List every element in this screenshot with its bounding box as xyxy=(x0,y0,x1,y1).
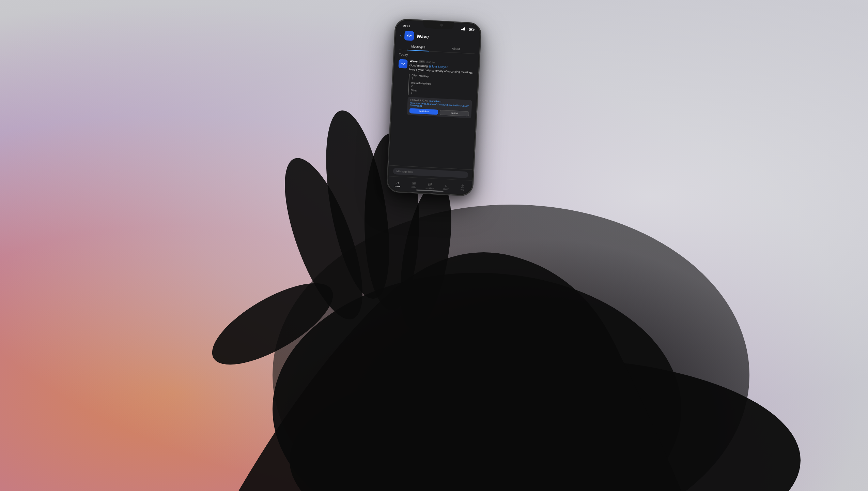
message-item: Wave APP 6:00 AM Good morning @Tom Sawye… xyxy=(396,59,474,118)
cancel-button[interactable]: Cancel xyxy=(439,110,469,116)
dms-label: DMs xyxy=(412,186,416,189)
meeting-event-card: 9:00 AM-9:30 AM Team Retro https://remov… xyxy=(407,97,472,118)
search-label: Search xyxy=(443,188,449,190)
mention-tom-sawyer[interactable]: @Tom Sawyer xyxy=(429,64,448,69)
dms-icon: ✉ xyxy=(412,181,416,186)
nav-home[interactable]: ⌂ Home xyxy=(389,180,406,188)
home-label: Home xyxy=(395,185,400,188)
phone-frame: 09:41 ▾ ‹ xyxy=(386,18,482,197)
schedule-button[interactable]: Schedule xyxy=(409,108,438,115)
battery-icon xyxy=(469,28,474,31)
mentions-icon: @ xyxy=(428,182,432,187)
message-time: 6:00 AM xyxy=(426,61,435,63)
wave-logo-icon xyxy=(407,33,412,39)
nav-search[interactable]: ⌕ Search xyxy=(438,182,454,190)
search-icon: ⌕ xyxy=(445,183,448,188)
event-action-buttons: Schedule Cancel xyxy=(409,108,469,116)
message-badge: APP xyxy=(419,60,425,63)
home-icon: ⌂ xyxy=(397,180,399,185)
mentions-label: Mentions xyxy=(425,187,434,189)
nav-you[interactable]: ◎ You xyxy=(454,183,470,191)
main-content: Today Wave APP 6:00 AM xyxy=(389,50,479,180)
wifi-icon: ▾ xyxy=(466,28,467,31)
phone-screen: 09:41 ▾ ‹ xyxy=(388,20,480,195)
meeting-list: Client Meetings 3 Internal Meetings 2 Ot… xyxy=(408,74,473,98)
avatar-wave-icon xyxy=(401,61,405,66)
phone-device: 09:41 ▾ ‹ xyxy=(386,18,482,197)
status-time: 09:41 xyxy=(403,24,410,28)
you-label: You xyxy=(460,189,464,191)
phone-notch xyxy=(423,20,454,30)
camera-dot xyxy=(440,24,443,27)
nav-mentions[interactable]: @ Mentions xyxy=(422,181,438,189)
app-title: Wave xyxy=(417,33,476,42)
signal-icon xyxy=(461,28,465,31)
event-title: Team Retro xyxy=(429,100,441,103)
meeting-category-other: Other 4 xyxy=(410,89,472,98)
nav-dms[interactable]: ✉ DMs xyxy=(405,181,422,189)
app-logo xyxy=(404,31,414,41)
message-body: Wave APP 6:00 AM Good morning @Tom Sawye… xyxy=(407,59,474,118)
back-button[interactable]: ‹ xyxy=(400,33,402,38)
message-sender: Wave xyxy=(409,59,418,63)
you-icon: ◎ xyxy=(461,183,464,189)
status-icons: ▾ xyxy=(461,28,474,31)
section-today: Today xyxy=(399,53,474,60)
message-avatar xyxy=(398,59,407,68)
